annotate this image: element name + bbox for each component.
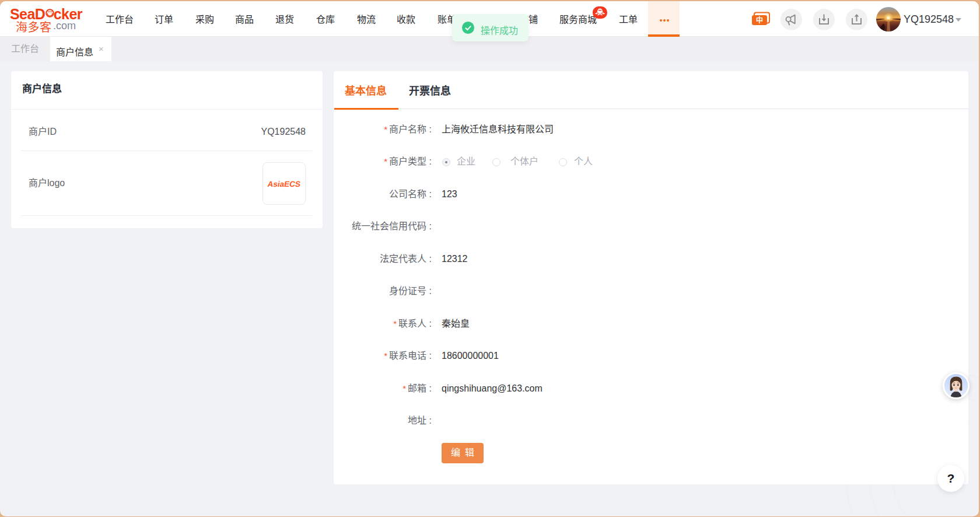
svg-text:中: 中 [756, 16, 763, 25]
